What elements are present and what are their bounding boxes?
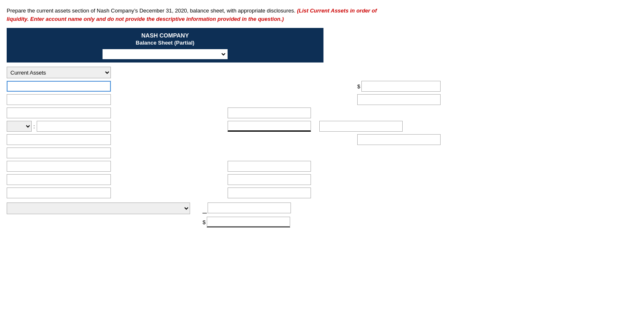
instructions-main: Prepare the current assets section of Na… xyxy=(7,8,296,14)
company-header: NASH COMPANY Balance Sheet (Partial) xyxy=(7,28,323,62)
bottom-dollar-sign: $ xyxy=(203,219,205,225)
row1-left-input[interactable] xyxy=(7,81,111,92)
row5-right-input[interactable] xyxy=(357,134,441,145)
row1-right-input[interactable] xyxy=(361,81,441,92)
sheet-type: Balance Sheet (Partial) xyxy=(15,40,315,46)
company-name: NASH COMPANY xyxy=(15,32,315,39)
row3-mid-input[interactable] xyxy=(228,108,311,118)
row3-left-input[interactable] xyxy=(7,108,111,118)
instructions-block: Prepare the current assets section of Na… xyxy=(7,7,637,23)
row2-left-input[interactable] xyxy=(7,94,111,105)
row8-left-input[interactable] xyxy=(7,174,111,185)
row1-dollar-sign: $ xyxy=(357,83,360,90)
row4-mid-input[interactable] xyxy=(228,121,311,132)
row5-left-input[interactable] xyxy=(7,134,111,145)
row4-sub-dropdown[interactable] xyxy=(7,121,32,132)
line-char: _ xyxy=(203,205,207,213)
row9-mid-input[interactable] xyxy=(228,188,311,198)
row9-left-input[interactable] xyxy=(7,188,111,198)
final-input[interactable] xyxy=(207,217,290,228)
row7-mid-input[interactable] xyxy=(228,161,311,172)
row4-colon: : xyxy=(33,123,35,130)
row2-right-input[interactable] xyxy=(357,94,441,105)
bottom-dropdown[interactable] xyxy=(7,202,190,214)
row8-mid-input[interactable] xyxy=(228,174,311,185)
row7-left-input[interactable] xyxy=(7,161,111,172)
current-assets-dropdown[interactable]: Current Assets xyxy=(7,67,111,78)
row4-sub-input[interactable] xyxy=(37,121,111,132)
date-dropdown[interactable] xyxy=(103,49,228,59)
row6-left-input[interactable] xyxy=(7,148,111,158)
row4-right-input[interactable] xyxy=(319,121,403,132)
section-label-row: Current Assets xyxy=(7,67,637,78)
line-input[interactable] xyxy=(208,202,291,213)
